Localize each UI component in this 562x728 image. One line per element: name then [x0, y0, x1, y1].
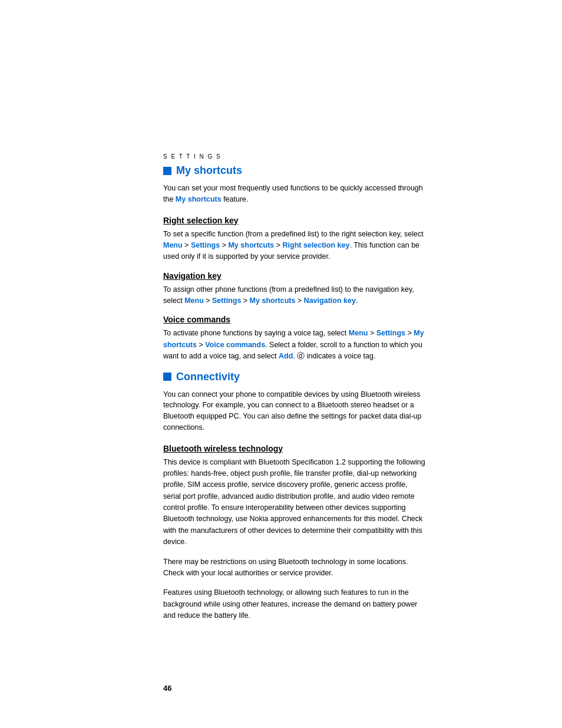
nk-settings-link[interactable]: Settings: [212, 297, 241, 305]
nk-nav-link[interactable]: Navigation key: [304, 297, 356, 305]
my-shortcuts-intro: You can set your most frequently used fu…: [163, 183, 427, 205]
bluetooth-para1: This device is compliant with Bluetooth …: [163, 457, 427, 548]
nk-menu-link[interactable]: Menu: [184, 297, 204, 305]
page-number: 46: [163, 684, 171, 693]
rsk-arrow1: >: [183, 241, 191, 249]
vc-settings-link[interactable]: Settings: [376, 329, 405, 337]
right-selection-key-title: Right selection key: [163, 216, 427, 225]
blue-square-icon: [163, 167, 171, 175]
vc-voice-link[interactable]: Voice commands: [205, 341, 265, 349]
voice-commands-body: To activate phone functions by saying a …: [163, 328, 427, 362]
my-shortcuts-section-title: My shortcuts: [163, 164, 427, 177]
rsk-myshortcuts-link[interactable]: My shortcuts: [228, 241, 274, 249]
connectivity-title: Connectivity: [176, 371, 240, 383]
nk-arrow1: >: [204, 297, 212, 305]
bluetooth-para3: Features using Bluetooth technology, or …: [163, 587, 427, 621]
connectivity-intro: You can connect your phone to compatible…: [163, 389, 427, 433]
rsk-arrow3: >: [274, 241, 282, 249]
vc-arrow2: >: [405, 329, 414, 337]
bluetooth-title: Bluetooth wireless technology: [163, 444, 427, 453]
vc-arrow3: >: [197, 341, 205, 349]
nk-arrow2: >: [241, 297, 249, 305]
rsk-settings-link[interactable]: Settings: [191, 241, 220, 249]
connectivity-blue-square-icon: [163, 373, 171, 381]
vc-body-end: . ⓓ indicates a voice tag.: [293, 352, 375, 360]
vc-menu-link[interactable]: Menu: [349, 329, 368, 337]
vc-add-link[interactable]: Add: [279, 352, 293, 360]
nk-myshortcuts-link[interactable]: My shortcuts: [250, 297, 296, 305]
voice-commands-title: Voice commands: [163, 315, 427, 324]
settings-label: S e t t i n g s: [163, 153, 427, 160]
rsk-menu-link[interactable]: Menu: [163, 241, 183, 249]
rsk-right-link[interactable]: Right selection key: [283, 241, 350, 249]
my-shortcuts-intro-link[interactable]: My shortcuts: [176, 195, 222, 203]
connectivity-section-title: Connectivity: [163, 371, 427, 383]
rsk-arrow2: >: [220, 241, 228, 249]
navigation-key-title: Navigation key: [163, 271, 427, 281]
navigation-key-body: To assign other phone functions (from a …: [163, 284, 427, 307]
intro-text-end: feature.: [222, 195, 249, 203]
page: S e t t i n g s My shortcuts You can set…: [0, 0, 562, 728]
bluetooth-para2: There may be restrictions on using Bluet…: [163, 556, 427, 579]
rsk-body-before: To set a specific function (from a prede…: [163, 230, 424, 238]
vc-body-before: To activate phone functions by saying a …: [163, 329, 349, 337]
my-shortcuts-title: My shortcuts: [176, 164, 242, 177]
vc-arrow1: >: [368, 329, 376, 337]
nk-arrow3: >: [295, 297, 303, 305]
right-selection-key-body: To set a specific function (from a prede…: [163, 229, 427, 263]
content-area: S e t t i n g s My shortcuts You can set…: [163, 0, 427, 621]
nk-body-end: .: [356, 297, 358, 305]
